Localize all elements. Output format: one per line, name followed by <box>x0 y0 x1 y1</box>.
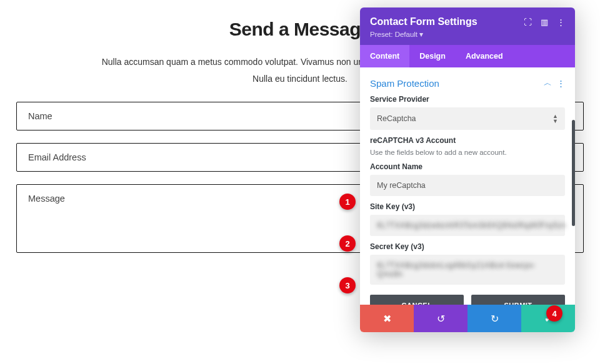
preset-selector[interactable]: Preset: Default ▾ <box>370 30 565 39</box>
settings-panel: Contact Form Settings ⛶ ▥ ⋮ Preset: Defa… <box>360 7 575 332</box>
secret-key-label: Secret Key (v3) <box>370 242 565 251</box>
undo-button[interactable]: ↺ <box>414 305 468 332</box>
close-icon: ✖ <box>383 313 391 325</box>
provider-label: Service Provider <box>370 95 565 104</box>
annotation-marker-1: 1 <box>339 194 356 210</box>
site-key-label: Site Key (v3) <box>370 202 565 211</box>
discard-button[interactable]: ✖ <box>360 305 414 332</box>
tab-design[interactable]: Design <box>409 45 456 67</box>
tab-advanced[interactable]: Advanced <box>456 45 513 67</box>
panel-title: Contact Form Settings <box>370 16 478 27</box>
section-more-icon[interactable]: ⋮ <box>557 79 565 88</box>
undo-icon: ↺ <box>437 313 445 325</box>
account-name-input[interactable]: My reCaptcha <box>370 175 565 196</box>
expand-icon[interactable]: ⛶ <box>524 17 532 27</box>
provider-select[interactable]: ReCaptcha ▲▼ <box>370 107 565 130</box>
annotation-marker-4: 4 <box>546 305 562 322</box>
redo-icon: ↻ <box>491 313 499 325</box>
account-section-label: reCAPTCHA v3 Account <box>370 136 565 145</box>
site-key-input[interactable]: 6L7TXABcg3dzwbcnhR3Tom3k9XQ6NxIRqdKfFny5… <box>370 215 565 236</box>
more-icon[interactable]: ⋮ <box>557 17 565 27</box>
annotation-marker-2: 2 <box>339 235 356 252</box>
secret-key-input[interactable]: 6L7TXABcg3dobnLvg49bGy21ABcd-Sxwcpx-Qmo9… <box>370 255 565 285</box>
section-title[interactable]: Spam Protection <box>370 78 439 89</box>
scrollbar[interactable] <box>572 120 575 226</box>
collapse-icon[interactable]: ︿ <box>544 77 552 89</box>
tab-content[interactable]: Content <box>360 45 409 67</box>
provider-value: ReCaptcha <box>377 114 416 123</box>
columns-icon[interactable]: ▥ <box>541 17 548 27</box>
submit-button[interactable]: SUBMIT <box>471 295 565 305</box>
cancel-button[interactable]: CANCEL <box>370 295 464 305</box>
annotation-marker-3: 3 <box>339 277 356 293</box>
account-hint: Use the fields below to add a new accoun… <box>370 149 565 156</box>
account-name-label: Account Name <box>370 162 565 171</box>
redo-button[interactable]: ↻ <box>468 305 521 332</box>
select-arrows-icon: ▲▼ <box>552 114 558 124</box>
